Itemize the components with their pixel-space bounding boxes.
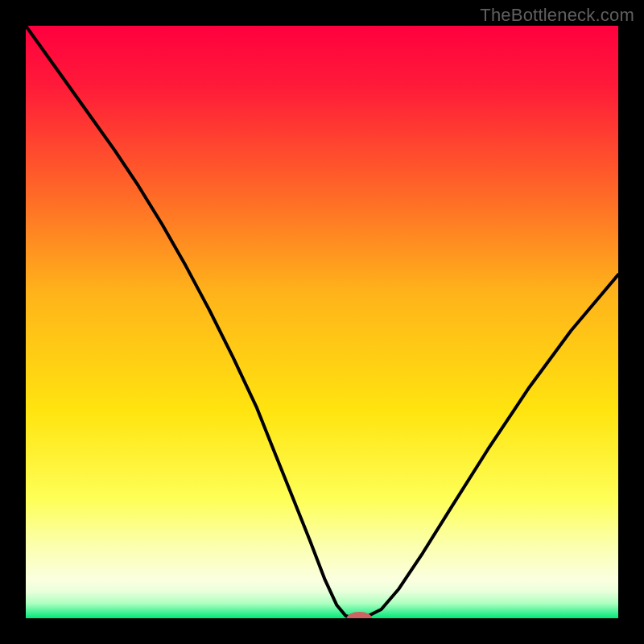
- attribution-label: TheBottleneck.com: [480, 5, 634, 26]
- gradient-background: [26, 26, 618, 618]
- chart-svg: [26, 26, 618, 618]
- bottleneck-chart: [26, 26, 618, 618]
- chart-frame: TheBottleneck.com: [0, 0, 644, 644]
